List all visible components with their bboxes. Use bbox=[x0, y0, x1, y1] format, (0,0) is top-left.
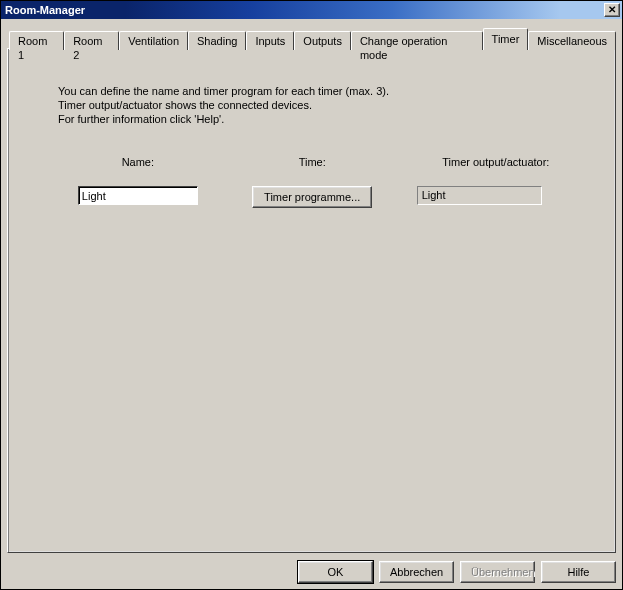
ok-button[interactable]: OK bbox=[298, 561, 373, 583]
name-input[interactable] bbox=[78, 186, 198, 205]
tab-timer[interactable]: Timer bbox=[483, 28, 529, 50]
tabstrip: Room 1 Room 2 Ventilation Shading Inputs… bbox=[7, 29, 616, 49]
cancel-button[interactable]: Abbrechen bbox=[379, 561, 454, 583]
tab-panel: You can define the name and timer progra… bbox=[7, 48, 616, 553]
titlebar: Room-Manager ✕ bbox=[1, 1, 622, 19]
apply-button: Übernehmen bbox=[460, 561, 535, 583]
header-output: Timer output/actuator: bbox=[442, 156, 549, 168]
window-title: Room-Manager bbox=[5, 4, 604, 16]
timer-programme-button[interactable]: Timer programme... bbox=[252, 186, 372, 208]
header-time: Time: bbox=[299, 156, 326, 168]
tab-miscellaneous[interactable]: Miscellaneous bbox=[528, 31, 616, 50]
help-button[interactable]: Hilfe bbox=[541, 561, 616, 583]
info-line2: Timer output/actuator shows the connecte… bbox=[58, 99, 312, 111]
tab-shading[interactable]: Shading bbox=[188, 31, 246, 50]
tab-inputs[interactable]: Inputs bbox=[246, 31, 294, 50]
info-text: You can define the name and timer progra… bbox=[58, 84, 575, 126]
client-area: Room 1 Room 2 Ventilation Shading Inputs… bbox=[1, 19, 622, 589]
header-name: Name: bbox=[122, 156, 154, 168]
tab-change-mode[interactable]: Change operation mode bbox=[351, 31, 483, 50]
tab-outputs[interactable]: Outputs bbox=[294, 31, 351, 50]
info-line3: For further information click 'Help'. bbox=[58, 113, 224, 125]
info-line1: You can define the name and timer progra… bbox=[58, 85, 389, 97]
close-icon[interactable]: ✕ bbox=[604, 3, 620, 17]
window: Room-Manager ✕ Room 1 Room 2 Ventilation… bbox=[0, 0, 623, 590]
tab-room1[interactable]: Room 1 bbox=[9, 31, 64, 50]
tab-room2[interactable]: Room 2 bbox=[64, 31, 119, 50]
output-display: Light bbox=[417, 186, 542, 205]
columns: Name: Time: Timer programme... Timer out… bbox=[58, 156, 575, 208]
dialog-buttons: OK Abbrechen Übernehmen Hilfe bbox=[7, 553, 616, 583]
column-output: Timer output/actuator: Light bbox=[417, 156, 575, 208]
tab-ventilation[interactable]: Ventilation bbox=[119, 31, 188, 50]
column-time: Time: Timer programme... bbox=[238, 156, 387, 208]
column-name: Name: bbox=[68, 156, 208, 208]
